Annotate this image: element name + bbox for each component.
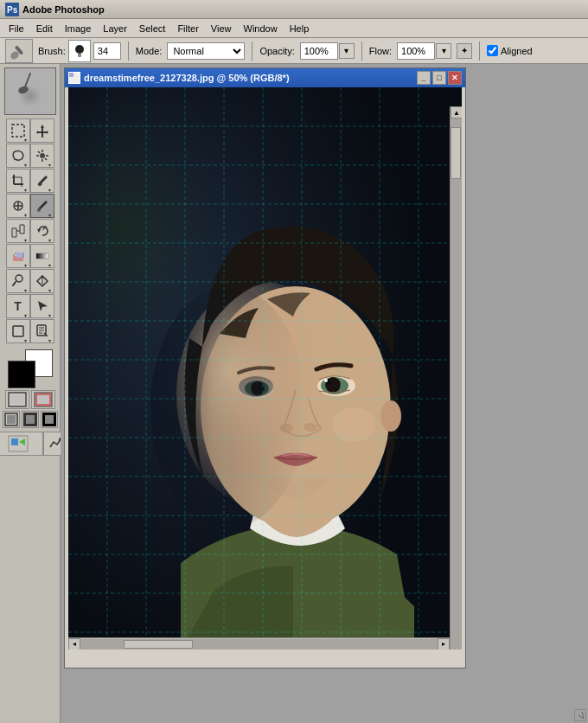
separator-2 [252,42,252,61]
move-tool-btn[interactable] [30,118,54,143]
shape-tool-btn[interactable]: ▾ [6,319,30,343]
window-buttons: _ □ ✕ [417,71,462,85]
gradient-tool-btn[interactable]: ▾ [30,244,54,268]
flow-input[interactable]: 100% [397,42,435,60]
scroll-thumb-vertical[interactable] [451,127,461,179]
menu-window[interactable]: Window [239,22,283,35]
brush-tool-btn[interactable]: ▾ [30,194,54,218]
tool-row-9: ▾ ▾ [6,319,54,343]
app-title: Adobe Photoshop [22,4,105,15]
scroll-thumb-horizontal[interactable] [124,640,193,649]
screen-mode-row [3,411,58,428]
svg-rect-50 [26,415,35,424]
vertical-scrollbar: ▲ ▼ [450,106,462,649]
scroll-right-btn[interactable]: ▸ [438,638,450,650]
svg-rect-44 [11,395,23,404]
mode-label: Mode: [136,46,163,56]
horizontal-scrollbar: ◂ ▸ [68,637,450,649]
svg-rect-33 [36,253,48,259]
menu-edit[interactable]: Edit [31,22,58,35]
mode-select-wrapper: Normal Multiply Screen [167,42,245,60]
close-btn[interactable]: ✕ [448,71,462,85]
document-title: dreamstimefree_2127328.jpg @ 50% (RGB/8*… [84,73,290,83]
history-brush-tool-btn[interactable]: ▾ [30,219,54,243]
spot-heal-tool-btn[interactable]: ▾ [6,194,30,218]
tool-row-8: T ▾ ▾ [6,294,54,318]
svg-point-22 [38,182,42,186]
tool-row-2: ▾ ▾ [6,144,54,168]
color-swatches [8,349,53,388]
document-icon [68,72,80,84]
scroll-left-btn[interactable]: ◂ [68,638,80,650]
mode-select[interactable]: Normal Multiply Screen [167,42,245,60]
svg-rect-5 [78,54,81,57]
minimize-btn[interactable]: _ [417,71,431,85]
goto-imageready-btn[interactable] [0,432,43,456]
flow-label: Flow: [369,46,392,56]
svg-rect-54 [11,438,18,445]
aligned-checkbox[interactable] [487,45,498,56]
svg-text:Ps: Ps [7,5,18,15]
eyedropper-tool-btn[interactable]: ▾ [30,169,54,193]
svg-rect-52 [45,415,54,424]
brush-size-input[interactable]: 34 [93,42,121,60]
svg-rect-48 [7,415,16,424]
brush-size-group: Brush: 34 [38,40,121,62]
screen-mode-3-btn[interactable] [41,411,58,428]
menu-layer[interactable]: Layer [98,22,132,35]
separator-4 [479,42,480,61]
airbrush-btn[interactable]: ✦ [457,43,472,59]
opacity-group: 100% ▾ [300,42,355,60]
svg-point-4 [75,45,84,54]
quick-mask-btn[interactable] [31,390,55,409]
svg-rect-9 [12,125,24,137]
portrait-image [68,87,462,649]
menu-view[interactable]: View [206,22,237,35]
document-window: dreamstimefree_2127328.jpg @ 50% (RGB/8*… [64,67,466,669]
options-bar: Brush: 34 Mode: Normal Multiply Screen O… [0,38,588,64]
marquee-tool-btn[interactable]: ▾ [6,118,30,143]
magic-wand-tool-btn[interactable]: ▾ [30,144,54,168]
svg-marker-10 [36,125,48,138]
notes-tool-btn[interactable]: ▾ [30,319,54,343]
svg-line-16 [45,158,47,160]
imageready-row [0,432,67,456]
brush-preset-btn[interactable] [68,40,91,62]
menu-image[interactable]: Image [60,22,97,35]
crop-tool-btn[interactable]: ▾ [6,169,30,193]
tool-icon [5,39,33,63]
type-tool-btn[interactable]: T ▾ [6,294,30,318]
menu-help[interactable]: Help [284,22,315,35]
eraser-tool-btn[interactable]: ▾ [6,244,30,268]
opacity-arrow-btn[interactable]: ▾ [339,43,355,59]
scroll-track-vertical [451,118,462,649]
scroll-up-btn[interactable]: ▲ [451,106,462,118]
clone-stamp-tool-btn[interactable]: ▾ [6,219,30,243]
screen-mode-1-btn[interactable] [3,411,20,428]
flow-arrow-btn[interactable]: ▾ [436,43,451,59]
background-color-swatch[interactable] [8,361,35,388]
pen-tool-btn[interactable]: ▾ [30,269,54,293]
menu-filter[interactable]: Filter [172,22,203,35]
resize-handle[interactable] [574,709,586,721]
svg-point-17 [40,153,45,158]
dodge-tool-btn[interactable]: ▾ [6,269,30,293]
svg-rect-80 [68,87,462,649]
lasso-tool-btn[interactable]: ▾ [6,144,30,168]
menu-select[interactable]: Select [134,22,171,35]
tool-row-7: ▾ ▾ [6,269,54,293]
svg-line-35 [13,282,16,285]
svg-rect-30 [16,253,23,258]
restore-btn[interactable]: □ [432,71,446,85]
path-select-tool-btn[interactable]: ▾ [30,294,54,318]
scroll-track-horizontal [80,639,438,649]
doc-title-left: dreamstimefree_2127328.jpg @ 50% (RGB/8*… [68,72,290,84]
separator-1 [128,42,129,61]
tool-row-5: ▾ ▾ [6,219,54,243]
menu-file[interactable]: File [3,22,29,35]
svg-marker-28 [37,229,41,233]
standard-mode-btn[interactable] [5,390,29,409]
screen-mode-2-btn[interactable] [22,411,39,428]
opacity-input[interactable]: 100% [300,42,338,60]
workspace: ▾ ▾ [0,64,588,723]
